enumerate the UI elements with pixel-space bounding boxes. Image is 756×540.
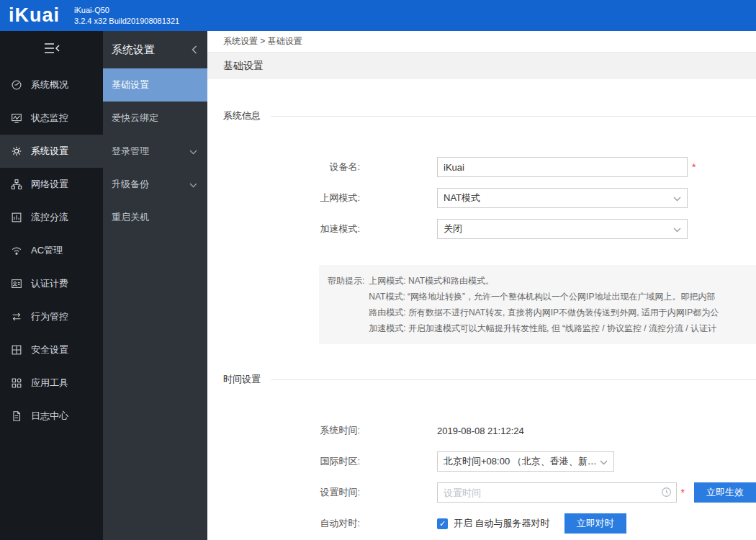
submenu-item-restart-shutdown[interactable]: 重启关机 bbox=[103, 201, 207, 234]
chevron-down-icon bbox=[600, 456, 608, 467]
sidebar-item-overview[interactable]: 系统概况 bbox=[0, 68, 103, 102]
submenu-item-login-management[interactable]: 登录管理 bbox=[103, 135, 207, 168]
topbar: iKuai iKuai-Q50 3.2.4 x32 Build201908081… bbox=[0, 0, 756, 31]
timezone-value: 北京时间+08:00 （北京、香港、新加坡、 bbox=[444, 455, 600, 468]
main-content: 系统设置 > 基础设置 基础设置 系统信息 设备名: * 上网模式: NAT模式 bbox=[207, 31, 756, 540]
sidebar-item-label: 流控分流 bbox=[31, 211, 68, 224]
device-info: iKuai-Q50 3.2.4 x32 Build201908081321 bbox=[74, 5, 179, 27]
submenu-item-upgrade-backup[interactable]: 升级备份 bbox=[103, 168, 207, 201]
sidebar-item-label: 系统概况 bbox=[31, 78, 68, 91]
sidebar-item-flow-control[interactable]: 流控分流 bbox=[0, 201, 103, 234]
sidebar-item-behavior-control[interactable]: 行为管控 bbox=[0, 300, 103, 333]
auto-sync-checkbox-checked[interactable] bbox=[437, 518, 448, 529]
breadcrumb: 系统设置 > 基础设置 bbox=[207, 31, 756, 52]
sidebar-item-label: AC管理 bbox=[31, 244, 63, 257]
document-log-icon bbox=[9, 409, 24, 423]
user-card-icon bbox=[9, 276, 24, 291]
device-model: iKuai-Q50 bbox=[74, 5, 179, 16]
submenu-item-label: 登录管理 bbox=[112, 145, 149, 158]
chevron-down-icon bbox=[673, 193, 681, 204]
timezone-select[interactable]: 北京时间+08:00 （北京、香港、新加坡、 bbox=[437, 451, 614, 472]
sidebar-item-label: 认证计费 bbox=[31, 277, 68, 290]
section-title: 系统信息 bbox=[223, 109, 261, 122]
security-grid-icon bbox=[9, 343, 24, 357]
submenu-collapse-icon[interactable] bbox=[192, 44, 197, 56]
chevron-down-icon bbox=[189, 146, 197, 157]
device-name-input[interactable] bbox=[437, 157, 688, 177]
sidebar-item-label: 安全设置 bbox=[31, 343, 68, 356]
submenu-item-basic-settings[interactable]: 基础设置 bbox=[103, 68, 207, 102]
submenu-header: 系统设置 bbox=[103, 31, 207, 68]
flow-control-icon bbox=[9, 210, 24, 225]
sidebar-item-auth-billing[interactable]: 认证计费 bbox=[0, 267, 103, 300]
required-asterisk: * bbox=[692, 162, 696, 172]
wan-mode-select[interactable]: NAT模式 bbox=[437, 188, 688, 208]
system-time-value: 2019-08-08 21:12:24 bbox=[437, 426, 524, 436]
network-icon bbox=[9, 177, 24, 192]
chevron-down-icon bbox=[673, 224, 681, 235]
submenu-item-label: 升级备份 bbox=[112, 178, 149, 191]
sidebar-item-network-settings[interactable]: 网络设置 bbox=[0, 168, 103, 201]
help-line: 上网模式: NAT模式和路由模式。 bbox=[369, 273, 719, 289]
sidebar-item-label: 应用工具 bbox=[31, 377, 68, 390]
help-line: 加速模式: 开启加速模式可以大幅提升转发性能, 但 “线路监控 / 协议监控 /… bbox=[369, 320, 719, 336]
overview-icon bbox=[9, 78, 24, 92]
system-time-label: 系统时间: bbox=[223, 424, 360, 437]
section-divider bbox=[271, 116, 756, 117]
firmware-build: 3.2.4 x32 Build201908081321 bbox=[74, 16, 179, 27]
help-lines: 上网模式: NAT模式和路由模式。 NAT模式: “网络地址转换”，允许一个整体… bbox=[369, 273, 719, 336]
wifi-ac-icon bbox=[9, 243, 24, 258]
submenu-item-label: 重启关机 bbox=[112, 211, 149, 224]
sidebar-item-security-settings[interactable]: 安全设置 bbox=[0, 333, 103, 366]
sync-now-button[interactable]: 立即对时 bbox=[564, 513, 626, 534]
hamburger-collapse-icon bbox=[42, 41, 61, 58]
system-settings-submenu: 系统设置 基础设置 爱快云绑定 登录管理 升级备份 重启关机 bbox=[103, 31, 207, 540]
clock-icon bbox=[661, 487, 672, 500]
submenu-title: 系统设置 bbox=[112, 43, 155, 57]
sidebar-item-label: 网络设置 bbox=[31, 178, 68, 191]
chevron-down-icon bbox=[189, 179, 197, 190]
sidebar-item-system-settings[interactable]: 系统设置 bbox=[0, 135, 103, 168]
help-box: 帮助提示: 上网模式: NAT模式和路由模式。 NAT模式: “网络地址转换”，… bbox=[319, 265, 756, 344]
sidebar-item-label: 状态监控 bbox=[31, 112, 68, 125]
section-divider bbox=[271, 379, 756, 380]
sidebar-item-ac-management[interactable]: AC管理 bbox=[0, 234, 103, 267]
submenu-item-label: 爱快云绑定 bbox=[112, 112, 158, 125]
accel-mode-label: 加速模式: bbox=[223, 222, 360, 235]
sidebar-item-label: 日志中心 bbox=[31, 410, 68, 423]
sidebar-item-app-tools[interactable]: 应用工具 bbox=[0, 366, 103, 400]
sidebar-item-label: 行为管控 bbox=[31, 310, 68, 323]
set-time-label: 设置时间: bbox=[223, 486, 360, 499]
two-way-arrows-icon bbox=[9, 310, 24, 324]
settings-gear-icon bbox=[9, 144, 24, 158]
help-line: 路由模式: 所有数据不进行NAT转发, 直接将内网IP不做伪装传送到外网, 适用… bbox=[369, 305, 719, 320]
accel-mode-select[interactable]: 关闭 bbox=[437, 219, 688, 239]
timezone-label: 国际时区: bbox=[223, 455, 360, 468]
section-time-settings: 时间设置 bbox=[223, 373, 756, 386]
app-grid-icon bbox=[9, 376, 24, 390]
monitor-icon bbox=[9, 111, 24, 125]
section-title: 时间设置 bbox=[223, 373, 261, 386]
submenu-item-cloud-binding[interactable]: 爱快云绑定 bbox=[103, 102, 207, 135]
page-title: 基础设置 bbox=[207, 52, 756, 79]
main-sidebar: 系统概况 状态监控 系统设置 网络设置 流控分流 bbox=[0, 31, 103, 540]
sidebar-item-label: 系统设置 bbox=[31, 145, 68, 158]
sidebar-item-log-center[interactable]: 日志中心 bbox=[0, 400, 103, 433]
sidebar-item-status-monitor[interactable]: 状态监控 bbox=[0, 102, 103, 135]
ikuai-logo: iKuai bbox=[9, 4, 60, 27]
section-system-info: 系统信息 bbox=[223, 109, 756, 122]
help-line: NAT模式: “网络地址转换”，允许一个整体机构以一个公网IP地址出现在广域网上… bbox=[369, 289, 719, 305]
wan-mode-label: 上网模式: bbox=[223, 192, 360, 204]
sidebar-collapse-button[interactable] bbox=[0, 31, 103, 68]
submenu-item-label: 基础设置 bbox=[112, 78, 149, 91]
device-name-label: 设备名: bbox=[223, 161, 360, 174]
help-label: 帮助提示: bbox=[328, 273, 364, 336]
auto-sync-text: 开启 自动与服务器对时 bbox=[454, 517, 550, 530]
set-time-input[interactable] bbox=[437, 482, 677, 503]
auto-sync-label: 自动对时: bbox=[223, 517, 360, 530]
apply-now-button[interactable]: 立即生效 bbox=[694, 482, 756, 503]
accel-mode-value: 关闭 bbox=[444, 222, 462, 235]
required-asterisk: * bbox=[681, 487, 685, 498]
wan-mode-value: NAT模式 bbox=[444, 192, 480, 204]
